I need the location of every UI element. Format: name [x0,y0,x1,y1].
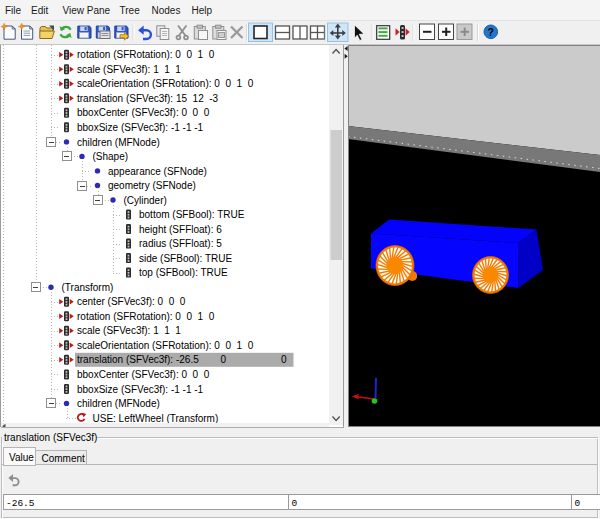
svg-text:side (SFBool): TRUE: side (SFBool): TRUE [139,253,233,264]
svg-text:children (MFNode): children (MFNode) [77,137,160,148]
svg-text:bboxSize (SFVec3f): -1 -1 -1: bboxSize (SFVec3f): -1 -1 -1 [77,122,204,133]
svg-text:scale (SFVec3f): 1 1 1: scale (SFVec3f): 1 1 1 [77,64,181,75]
svg-text:children (MFNode): children (MFNode) [77,398,160,409]
svg-text:bboxCenter (SFVec3f): 0 0 0: bboxCenter (SFVec3f): 0 0 0 [77,369,210,380]
svg-text:rotation (SFRotation): 0 0 1: rotation (SFRotation): 0 0 1 0 [77,49,215,60]
svg-text:Help: Help [192,5,213,16]
svg-text:translation (SFVec3f): 15 12: translation (SFVec3f): 15 12 -3 [77,93,219,104]
svg-text:rotation (SFRotation): 0 0 1: rotation (SFRotation): 0 0 1 0 [77,311,215,322]
svg-text:translation (SFVec3f): -26.5: translation (SFVec3f): -26.5 [77,354,199,365]
svg-text:0: 0 [221,354,227,365]
svg-text:geometry (SFNode): geometry (SFNode) [108,180,196,191]
svg-text:(Transform): (Transform) [62,282,114,293]
svg-text:bottom (SFBool): TRUE: bottom (SFBool): TRUE [139,209,245,220]
svg-text:Value: Value [9,452,34,463]
svg-text:bboxCenter (SFVec3f): 0 0 0: bboxCenter (SFVec3f): 0 0 0 [77,107,210,118]
svg-text:bboxSize (SFVec3f): -1 -1 -1: bboxSize (SFVec3f): -1 -1 -1 [77,384,204,395]
svg-text:Tree: Tree [120,5,141,16]
svg-text:Edit: Edit [31,5,48,16]
svg-text:scaleOrientation (SFRotation):: scaleOrientation (SFRotation): 0 0 1 0 [77,340,254,351]
svg-text:USE: LeftWheel (Transform): USE: LeftWheel (Transform) [93,413,219,424]
svg-text:0: 0 [575,498,581,509]
svg-text:height (SFFloat): 6: height (SFFloat): 6 [139,224,222,235]
svg-text:top (SFBool): TRUE: top (SFBool): TRUE [139,267,228,278]
svg-text:scale (SFVec3f): 1 1 1: scale (SFVec3f): 1 1 1 [77,325,181,336]
svg-text:?: ? [488,26,494,38]
svg-text:translation (SFVec3f): translation (SFVec3f) [4,432,97,443]
svg-text:(Cylinder): (Cylinder) [124,195,167,206]
svg-text:Nodes: Nodes [152,5,181,16]
svg-text:View Pane: View Pane [63,5,111,16]
svg-text:center (SFVec3f): 0 0 0: center (SFVec3f): 0 0 0 [77,296,186,307]
svg-text:scaleOrientation (SFRotation):: scaleOrientation (SFRotation): 0 0 1 0 [77,78,254,89]
svg-text:File: File [5,5,22,16]
svg-text:0: 0 [292,498,298,509]
svg-text:0: 0 [281,354,287,365]
svg-text:radius (SFFloat): 5: radius (SFFloat): 5 [139,238,222,249]
svg-text:Comment: Comment [42,453,86,464]
svg-text:(Shape): (Shape) [93,151,129,162]
svg-text:appearance (SFNode): appearance (SFNode) [108,166,207,177]
svg-text:-26.5: -26.5 [6,498,35,509]
